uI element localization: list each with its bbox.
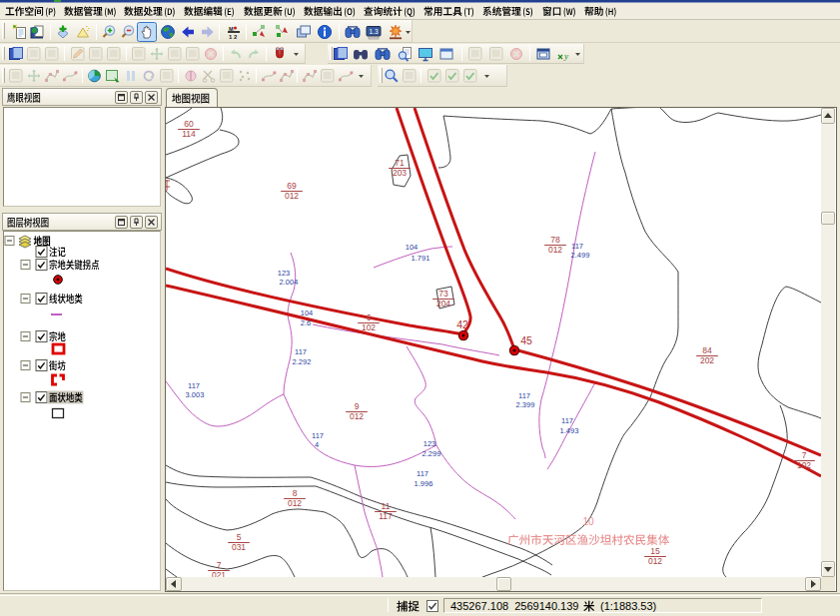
- svg-text:123: 123: [423, 439, 436, 448]
- svg-text:117: 117: [417, 469, 428, 478]
- svg-text:2.6: 2.6: [301, 318, 311, 327]
- svg-text:71: 71: [395, 158, 405, 168]
- svg-text:45: 45: [520, 334, 532, 346]
- svg-text:15: 15: [650, 546, 660, 556]
- svg-text:60: 60: [184, 119, 194, 129]
- svg-text:6: 6: [367, 312, 372, 322]
- svg-text:204: 204: [436, 299, 450, 308]
- svg-text:69: 69: [287, 181, 297, 191]
- svg-text:117: 117: [518, 391, 530, 400]
- svg-text:M: M: [229, 26, 234, 32]
- svg-text:7: 7: [802, 450, 807, 460]
- svg-text:1.493: 1.493: [560, 426, 579, 435]
- svg-text:1.3: 1.3: [369, 28, 378, 35]
- svg-text:2.499: 2.499: [571, 251, 590, 260]
- svg-text:2.292: 2.292: [293, 357, 312, 366]
- svg-text:114: 114: [182, 129, 196, 139]
- svg-text:104: 104: [406, 243, 419, 252]
- svg-text:2.004: 2.004: [280, 278, 299, 287]
- svg-text:012: 012: [288, 498, 302, 508]
- svg-text:2.399: 2.399: [516, 400, 535, 409]
- svg-text:031: 031: [232, 542, 246, 552]
- svg-text:4: 4: [315, 440, 319, 449]
- svg-text:117: 117: [295, 347, 307, 356]
- svg-text:1 2: 1 2: [229, 34, 238, 40]
- svg-text:117: 117: [571, 242, 583, 251]
- svg-text:203: 203: [393, 168, 407, 178]
- svg-text:012: 012: [648, 556, 662, 566]
- svg-text:9: 9: [355, 401, 360, 411]
- svg-text:012: 012: [350, 411, 364, 421]
- svg-text:y: y: [563, 51, 568, 61]
- svg-text:117: 117: [561, 416, 573, 425]
- svg-text:117: 117: [379, 511, 393, 521]
- svg-text:84: 84: [702, 345, 712, 355]
- svg-text:202: 202: [700, 355, 714, 365]
- svg-text:2.299: 2.299: [422, 449, 441, 458]
- svg-text:117: 117: [312, 431, 324, 440]
- svg-text:78: 78: [550, 235, 560, 245]
- svg-text:123: 123: [278, 269, 291, 278]
- svg-text:3.003: 3.003: [186, 390, 205, 399]
- svg-text:5: 5: [237, 532, 242, 542]
- svg-text:1.791: 1.791: [412, 254, 430, 263]
- svg-text:102: 102: [362, 322, 376, 332]
- svg-text:117: 117: [188, 381, 200, 390]
- svg-text:42: 42: [456, 318, 468, 330]
- svg-text:102: 102: [797, 460, 811, 470]
- svg-text:10: 10: [582, 516, 594, 527]
- svg-text:012: 012: [285, 191, 299, 201]
- svg-text:73: 73: [438, 289, 448, 299]
- svg-text:7: 7: [217, 560, 222, 570]
- svg-text:012: 012: [548, 245, 562, 255]
- svg-text:11: 11: [382, 501, 391, 511]
- svg-text:104: 104: [301, 308, 314, 317]
- svg-text:8: 8: [293, 488, 298, 498]
- svg-text:1.996: 1.996: [415, 479, 433, 488]
